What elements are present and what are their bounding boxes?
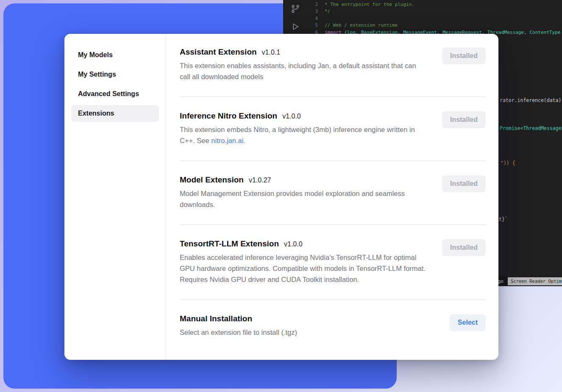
extension-row-tensorrt: TensortRT-LLM Extension v1.0.0 Enables a…: [180, 225, 486, 300]
select-file-button[interactable]: Select: [450, 314, 486, 331]
code-fragment: ")) {: [501, 160, 515, 166]
code-lines: 2 * The entrypoint for the plugin. 3 */ …: [307, 1, 562, 36]
code-text: */: [325, 8, 330, 14]
line-number: 5: [307, 22, 318, 28]
git-branch-icon[interactable]: [291, 4, 300, 14]
manual-installation-description: Select an extension file to install (.tg…: [180, 327, 426, 338]
settings-sidebar: My Models My Settings Advanced Settings …: [64, 34, 166, 360]
sidebar-item-advanced-settings[interactable]: Advanced Settings: [71, 86, 159, 102]
code-text: // Web / extension runtime: [325, 22, 398, 28]
status-text: go: [498, 279, 504, 284]
code-line: 3 */: [307, 8, 562, 15]
extension-version: v1.0.1: [262, 49, 281, 56]
extension-row-model: Model Extension v1.0.27 Model Management…: [180, 161, 486, 225]
sidebar-item-extensions[interactable]: Extensions: [71, 105, 159, 122]
code-line: 2 * The entrypoint for the plugin.: [307, 1, 562, 8]
extension-info: Inference Nitro Extension v1.0.0 This ex…: [180, 111, 426, 146]
installed-button[interactable]: Installed: [442, 239, 486, 256]
extension-info: Manual Installation Select an extension …: [180, 314, 426, 338]
manual-installation-title: Manual Installation: [180, 314, 252, 323]
extension-title: Model Extension: [180, 175, 244, 185]
extension-description: This extension embeds Nitro, a lightweig…: [180, 124, 426, 146]
line-number: 2: [307, 2, 318, 7]
screen-reader-notification: Screen Reader Optimized: [508, 277, 562, 285]
code-fragment: Promise<ThreadMessage>: [500, 125, 562, 131]
settings-modal: My Models My Settings Advanced Settings …: [64, 34, 498, 360]
extension-info: Model Extension v1.0.27 Model Management…: [180, 175, 426, 210]
extension-version: v1.0.0: [284, 240, 303, 248]
code-fragment: t}`: [499, 216, 508, 222]
installed-button[interactable]: Installed: [442, 47, 486, 64]
code-text: * The entrypoint for the plugin.: [325, 2, 415, 7]
extension-title: TensortRT-LLM Extension: [180, 239, 279, 248]
desktop: 2 * The entrypoint for the plugin. 3 */ …: [0, 0, 562, 392]
extension-info: TensortRT-LLM Extension v1.0.0 Enables a…: [180, 239, 426, 285]
installed-button[interactable]: Installed: [442, 175, 486, 192]
extension-row-nitro: Inference Nitro Extension v1.0.0 This ex…: [180, 97, 486, 161]
sidebar-item-my-settings[interactable]: My Settings: [71, 66, 159, 83]
extension-description: This extension enables assistants, inclu…: [180, 61, 426, 82]
extension-version: v1.0.27: [249, 177, 271, 184]
nitro-jan-ai-link[interactable]: nitro.jan.ai.: [211, 137, 245, 144]
extension-title: Assistant Extension: [180, 47, 257, 57]
extension-info: Assistant Extension v1.0.1 This extensio…: [180, 47, 426, 82]
code-line: 4: [307, 15, 562, 22]
line-number: 3: [307, 8, 318, 14]
extension-description: Enables accelerated inference leveraging…: [180, 252, 426, 285]
run-debug-icon[interactable]: [291, 22, 300, 31]
extensions-panel: Assistant Extension v1.0.1 This extensio…: [166, 34, 498, 360]
extension-version: v1.0.0: [282, 113, 301, 120]
extension-row-assistant: Assistant Extension v1.0.1 This extensio…: [180, 47, 486, 97]
sidebar-item-my-models[interactable]: My Models: [71, 47, 159, 63]
manual-installation-row: Manual Installation Select an extension …: [180, 300, 486, 353]
code-line: 5 // Web / extension runtime: [307, 22, 562, 29]
extension-description: Model Management Extension provides mode…: [180, 188, 426, 210]
extension-title: Inference Nitro Extension: [180, 111, 277, 121]
installed-button[interactable]: Installed: [442, 111, 486, 128]
code-fragment: rator.inference(data));: [500, 97, 562, 103]
line-number: 4: [307, 16, 318, 21]
